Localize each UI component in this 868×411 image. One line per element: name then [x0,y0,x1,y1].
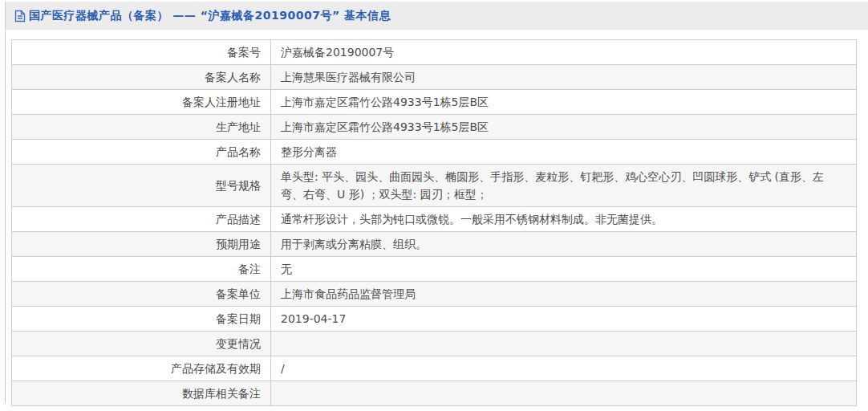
left-border-line [5,2,6,404]
page-header: 国产医疗器械产品（备案） —— “沪嘉械备20190007号” 基本信息 [6,2,868,30]
page-title: 国产医疗器械产品（备案） —— “沪嘉械备20190007号” 基本信息 [29,9,391,23]
field-label: 数据库相关备注 [12,381,271,406]
field-label: 备案人注册地址 [12,90,271,115]
field-label: 备案人名称 [12,65,271,90]
field-label: 变更情况 [12,332,271,356]
table-row: 产品名称 整形分离器 [12,140,857,165]
field-label: 预期用途 [12,232,271,257]
field-label: 备案号 [12,40,271,65]
field-value: / [271,356,857,381]
field-label: 产品名称 [12,140,271,165]
table-row: 变更情况 [12,332,857,356]
field-value [271,381,857,406]
field-label: 备案单位 [12,282,271,307]
field-label: 型号规格 [12,165,271,207]
table-row: 备注 无 [12,257,857,282]
field-label: 备案日期 [12,307,271,332]
field-value: 上海市嘉定区霜竹公路4933号1栋5层B区 [271,115,857,140]
field-value: 单头型: 平头、园头、曲面园头、椭圆形、手指形、麦粒形、钉耙形、鸡心空心刃、凹圆… [271,165,857,207]
field-value: 上海市食品药品监督管理局 [271,282,857,307]
field-value: 无 [271,257,857,282]
table-row: 备案号 沪嘉械备20190007号 [12,40,857,65]
field-label: 生产地址 [12,115,271,140]
table-row: 生产地址 上海市嘉定区霜竹公路4933号1栋5层B区 [12,115,857,140]
table-row: 型号规格 单头型: 平头、园头、曲面园头、椭圆形、手指形、麦粒形、钉耙形、鸡心空… [12,165,857,207]
field-value: 上海市嘉定区霜竹公路4933号1栋5层B区 [271,90,857,115]
field-value [271,332,857,356]
table-row: 备案人名称 上海慧果医疗器械有限公司 [12,65,857,90]
table-row: 产品存储及有效期 / [12,356,857,381]
table-row: 备案人注册地址 上海市嘉定区霜竹公路4933号1栋5层B区 [12,90,857,115]
table-row: 产品描述 通常杆形设计，头部为钝口或微锐。一般采用不锈钢材料制成。非无菌提供。 [12,207,857,232]
table-body: 备案号 沪嘉械备20190007号 备案人名称 上海慧果医疗器械有限公司 备案人… [12,40,857,406]
field-value: 2019-04-17 [271,307,857,332]
document-icon [14,10,26,22]
field-value: 整形分离器 [271,140,857,165]
table-row: 备案日期 2019-04-17 [12,307,857,332]
field-label: 产品存储及有效期 [12,356,271,381]
field-value: 用于剥离或分离粘膜、组织。 [271,232,857,257]
registration-info-page: 国产医疗器械产品（备案） —— “沪嘉械备20190007号” 基本信息 备案号… [0,0,868,411]
table-row: 数据库相关备注 [12,381,857,406]
field-value: 上海慧果医疗器械有限公司 [271,65,857,90]
field-value: 通常杆形设计，头部为钝口或微锐。一般采用不锈钢材料制成。非无菌提供。 [271,207,857,232]
registration-info-table: 备案号 沪嘉械备20190007号 备案人名称 上海慧果医疗器械有限公司 备案人… [11,39,857,406]
table-row: 备案单位 上海市食品药品监督管理局 [12,282,857,307]
field-value: 沪嘉械备20190007号 [271,40,857,65]
field-label: 备注 [12,257,271,282]
field-label: 产品描述 [12,207,271,232]
table-row: 预期用途 用于剥离或分离粘膜、组织。 [12,232,857,257]
